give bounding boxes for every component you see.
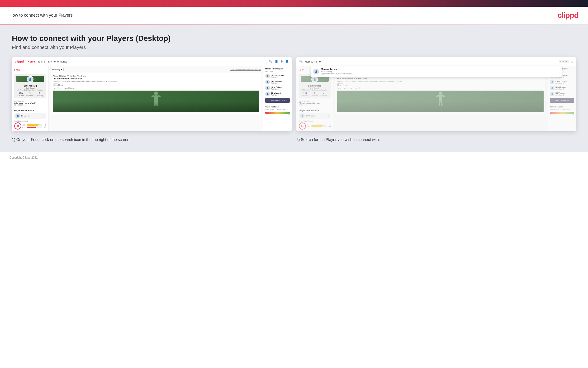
tag-app: APP [58,87,63,89]
following-dropdown[interactable]: Following ▾ [51,68,64,71]
team-dashboard-button[interactable]: Team Dashboard [265,98,290,103]
app-center-panel: Following ▾ Control who can see your act… [49,66,263,131]
following-row: Following ▾ Control who can see your act… [51,68,261,71]
player-avatar-1: 👤 [265,74,270,78]
post-author: Richard Butler · Yesterday · The Grove [53,75,259,77]
la-label: Latest Activity [14,100,46,102]
svg-point-6 [439,92,442,95]
search-result-info: Marcus Turner 1-5 Handicap Cypress Point… [321,68,352,75]
search-icon-2: 🔍 [299,60,303,63]
svg-point-0 [154,92,158,95]
top-bar [0,0,588,7]
player-info-4: Eli Vincent Activities: 1 [271,92,290,96]
screenshot-2: 🔍 Marcus Turner CLEAR ✕ 👤 Marcus Turner … [296,57,576,131]
nav-icons: 🔍 👤 ⚙ 👤 [269,60,289,63]
post-tags: OTT APP ARG PUTT [53,87,259,89]
hero-section: How to connect with your Players (Deskto… [0,25,588,131]
header: How to connect with your Players clippd [0,7,588,24]
app-logo-1: clippd [15,60,24,63]
search-bar: 🔍 Marcus Turner CLEAR ✕ [296,57,576,66]
player-item-2: 👤 Piers Parnell Activities: 4 [265,80,290,84]
stat-activities: 129 Activities [17,92,24,97]
team-heatmap-section: Team Heatmap Player Quality · 20 Round T… [265,105,290,115]
search-result-avatar: 👤 [313,69,319,74]
heatmap-bar [265,112,290,114]
pp-player-row: 👤 Eli Vincent ▼ [14,113,46,119]
team-heatmap-subtitle: Player Quality · 20 Round Trend [265,109,290,110]
svg-rect-5 [156,101,158,106]
svg-rect-9 [442,95,445,97]
svg-rect-3 [157,95,160,97]
control-link[interactable]: Control who can see your activity and da… [230,69,261,70]
post-title: Pre Tournament Course Walk [53,77,259,80]
settings-icon[interactable]: ⚙ [280,60,283,63]
app-ui-2: 🔍 Marcus Turner CLEAR ✕ 👤 Marcus Turner … [296,57,576,131]
app-nav-1: clippd Home Teams My Performance 🔍 👤 ⚙ 👤 [12,57,292,66]
post-duration: Duration 02 hr : 00 min [53,83,259,86]
app-right-panel: Most Active Players Last 30 days 👤 Richa… [263,66,292,131]
profile-section-2: 👤 Blair McHarg Golf Coach Mill Ride Golf… [299,74,331,98]
score-circle: 84 [14,122,21,129]
stat-following: 4 Following [36,92,43,97]
search-result-club: Cypress Point Club, United Kingdom [321,73,352,75]
svg-rect-8 [436,95,439,97]
nav-my-performance[interactable]: My Performance [48,60,67,63]
player-info-1: Richard Butler Activities: 7 [271,74,290,78]
player-item-4: 👤 Eli Vincent Activities: 1 [265,92,290,96]
pp-player-name: Eli Vincent [21,115,42,117]
profile-avatar-icon: 👤 [29,78,32,81]
la-date: 27 Jul 2022 [14,104,46,106]
profile-role: Golf Coach [16,87,44,89]
profile-avatar-icon-2: 👤 [313,78,316,81]
bar-app: APP 70 [22,125,46,127]
pp-title: Player Performance [14,109,46,112]
hero-subtitle: Find and connect with your Players [12,45,576,50]
footer-text: Copyright Clippd 2022 [9,156,38,159]
following-chevron: ▾ [61,68,62,71]
player-info-3: Hiral Pujara Activities: 3 [271,86,290,90]
following-label: Following [52,68,60,71]
profile-icon[interactable]: 👤 [274,60,278,63]
profile-name: Blair McHarg [16,85,44,87]
search-input[interactable]: Marcus Turner [305,60,557,63]
feed-post: Richard Butler · Yesterday · The Grove P… [51,73,261,114]
screenshot-1: clippd Home Teams My Performance 🔍 👤 ⚙ 👤 [12,57,292,131]
nav-teams[interactable]: Teams [38,60,45,63]
bars-col: OTT 79 APP 70 [22,124,46,129]
profile-club: Mill Ride Golf Club, United Kingdom [16,89,44,91]
quality-label: Total Player Quality [14,120,46,122]
feed-tab[interactable]: Feed [14,68,20,72]
app-nav-links: Home Teams My Performance [27,60,67,63]
search-result-name: Marcus Turner [321,68,352,71]
player-item-1: 👤 Richard Butler Activities: 7 [265,74,290,78]
caption-1: 1) On your Feed, click on the search ico… [12,137,292,143]
search-result-1[interactable]: 👤 Marcus Turner 1-5 Handicap Cypress Poi… [313,68,559,75]
hero-title: How to connect with your Players (Deskto… [12,34,576,43]
feed-tab-2: Feed [299,68,304,72]
svg-rect-7 [439,95,442,101]
player-info-2: Piers Parnell Activities: 4 [271,80,290,84]
player-performance-section: Player Performance 👤 Eli Vincent ▼ Total… [14,108,46,129]
page-title: How to connect with your Players [9,13,73,18]
search-result-handicap: 1-5 Handicap [321,71,352,73]
nav-home[interactable]: Home [27,60,35,63]
tag-arg: ARG [64,87,69,89]
avatar-icon[interactable]: 👤 [285,60,289,63]
pp-player-avatar: 👤 [16,113,20,118]
search-icon[interactable]: 🔍 [269,60,273,63]
bar-arg: ARG 61 [22,127,46,128]
tag-ott: OTT [53,87,57,89]
stat-followers: 3 Followers [26,92,34,97]
player-avatar-4: 👤 [265,92,270,96]
app-ui-1: clippd Home Teams My Performance 🔍 👤 ⚙ 👤 [12,57,292,131]
screenshots-container: clippd Home Teams My Performance 🔍 👤 ⚙ 👤 [12,57,576,131]
pp-dropdown-icon[interactable]: ▼ [43,115,45,117]
svg-rect-4 [154,101,156,106]
la-value: Afternoon round of golf [14,102,46,104]
close-button[interactable]: ✕ [571,60,573,64]
player-item-3: 👤 Hiral Pujara Activities: 3 [265,86,290,90]
latest-activity: Latest Activity Afternoon round of golf … [14,100,46,106]
footer: Copyright Clippd 2022 [0,152,588,163]
heatmap-labels: -5 +5 [265,114,290,115]
clear-button[interactable]: CLEAR [559,60,569,63]
